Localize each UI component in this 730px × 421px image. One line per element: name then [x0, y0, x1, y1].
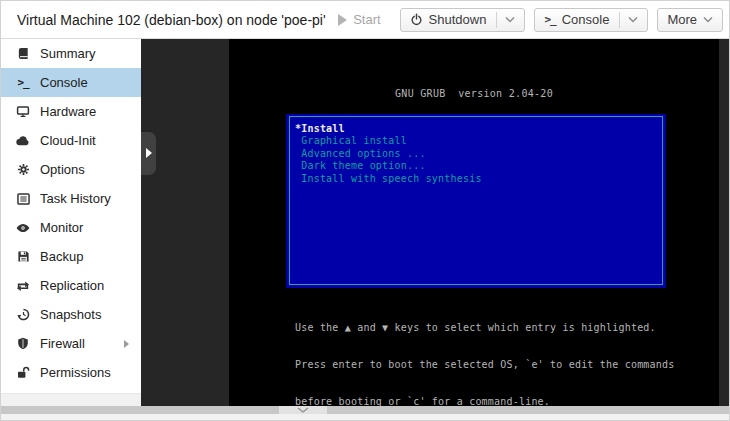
sidebar-item-label: Task History	[40, 191, 111, 206]
shutdown-button-label: Shutdown	[429, 12, 487, 27]
power-icon	[410, 13, 423, 26]
sidebar-filler	[1, 393, 141, 406]
header: Virtual Machine 102 (debian-box) on node…	[1, 1, 729, 39]
sidebar-item-label: Console	[40, 75, 88, 90]
sidebar-item-permissions[interactable]: Permissions	[1, 358, 141, 387]
sidebar-item-label: Cloud-Init	[40, 133, 96, 148]
chevron-down-icon[interactable]	[505, 16, 515, 23]
vnc-screen[interactable]: GNU GRUB version 2.04-20 *Install Graphi…	[229, 39, 719, 406]
grub-entry-dark-theme: Dark theme option...	[295, 160, 662, 172]
grub-entry-graphical-install: Graphical install	[295, 135, 662, 147]
grub-help-text: Use the ▲ and ▼ keys to select which ent…	[295, 298, 674, 421]
sidebar-item-firewall[interactable]: Firewall	[1, 329, 141, 358]
grub-help-line: Press enter to boot the selected OS, `e'…	[295, 359, 674, 371]
console-button-label: Console	[562, 12, 610, 27]
more-button[interactable]: More	[657, 8, 723, 32]
play-icon	[337, 14, 347, 26]
console-side-panel-toggle[interactable]	[141, 132, 156, 175]
arrow-right-icon	[146, 148, 152, 158]
repeat-icon	[15, 278, 31, 294]
console-button[interactable]: >_ Console	[534, 8, 648, 32]
sidebar-item-console[interactable]: >_ Console	[1, 68, 141, 97]
grub-help-line: Use the ▲ and ▼ keys to select which ent…	[295, 322, 674, 334]
monitor-icon	[15, 104, 31, 120]
sidebar-item-label: Permissions	[40, 365, 111, 380]
bottom-splitter[interactable]	[1, 406, 729, 414]
sidebar: Summary >_ Console Hardware Cloud-Init	[1, 39, 141, 406]
grub-entry-install: *Install	[295, 123, 662, 135]
sidebar-item-cloud-init[interactable]: Cloud-Init	[1, 126, 141, 155]
more-button-label: More	[667, 12, 697, 27]
sidebar-item-task-history[interactable]: Task History	[1, 184, 141, 213]
sidebar-item-label: Hardware	[40, 104, 96, 119]
sidebar-item-label: Firewall	[40, 336, 85, 351]
sidebar-item-summary[interactable]: Summary	[1, 39, 141, 68]
sidebar-item-label: Snapshots	[40, 307, 101, 322]
unlock-icon	[15, 365, 31, 381]
panel-collapse-handle[interactable]	[279, 406, 327, 414]
button-divider	[496, 12, 497, 28]
submenu-arrow-icon	[124, 340, 129, 348]
sidebar-item-label: Backup	[40, 249, 83, 264]
eye-icon	[15, 220, 31, 236]
sidebar-item-replication[interactable]: Replication	[1, 271, 141, 300]
floppy-icon	[15, 249, 31, 265]
main: Summary >_ Console Hardware Cloud-Init	[1, 39, 729, 406]
start-button[interactable]: Start	[327, 8, 390, 32]
sidebar-item-hardware[interactable]: Hardware	[1, 97, 141, 126]
grub-title: GNU GRUB version 2.04-20	[229, 88, 719, 99]
sidebar-item-options[interactable]: Options	[1, 155, 141, 184]
list-icon	[15, 191, 31, 207]
page-title: Virtual Machine 102 (debian-box) on node…	[17, 12, 327, 28]
grub-entry-speech-synthesis: Install with speech synthesis	[295, 173, 662, 185]
terminal-icon: >_	[15, 75, 31, 91]
sidebar-item-label: Summary	[40, 46, 96, 61]
grub-menu-box: *Install Graphical install Advanced opti…	[286, 114, 666, 288]
console-area: GNU GRUB version 2.04-20 *Install Graphi…	[141, 39, 729, 406]
chevron-down-icon[interactable]	[628, 16, 638, 23]
chevron-down-icon	[297, 407, 309, 413]
gear-icon	[15, 162, 31, 178]
cloud-icon	[15, 133, 31, 149]
grub-entry-advanced-options: Advanced options ...	[295, 148, 662, 160]
grub-menu-border: *Install Graphical install Advanced opti…	[289, 116, 663, 285]
sidebar-item-label: Replication	[40, 278, 104, 293]
start-button-label: Start	[353, 12, 380, 27]
shield-icon	[15, 336, 31, 352]
header-actions: Start Shutdown >_ Console	[327, 8, 723, 32]
sidebar-item-label: Monitor	[40, 220, 83, 235]
history-icon	[15, 307, 31, 323]
sidebar-item-monitor[interactable]: Monitor	[1, 213, 141, 242]
sidebar-item-label: Options	[40, 162, 85, 177]
book-icon	[15, 46, 31, 62]
button-divider	[619, 12, 620, 28]
sidebar-item-snapshots[interactable]: Snapshots	[1, 300, 141, 329]
vm-console-window: Virtual Machine 102 (debian-box) on node…	[0, 0, 730, 421]
terminal-icon: >_	[544, 13, 555, 26]
shutdown-button[interactable]: Shutdown	[400, 8, 526, 32]
chevron-down-icon	[703, 16, 713, 23]
sidebar-item-backup[interactable]: Backup	[1, 242, 141, 271]
